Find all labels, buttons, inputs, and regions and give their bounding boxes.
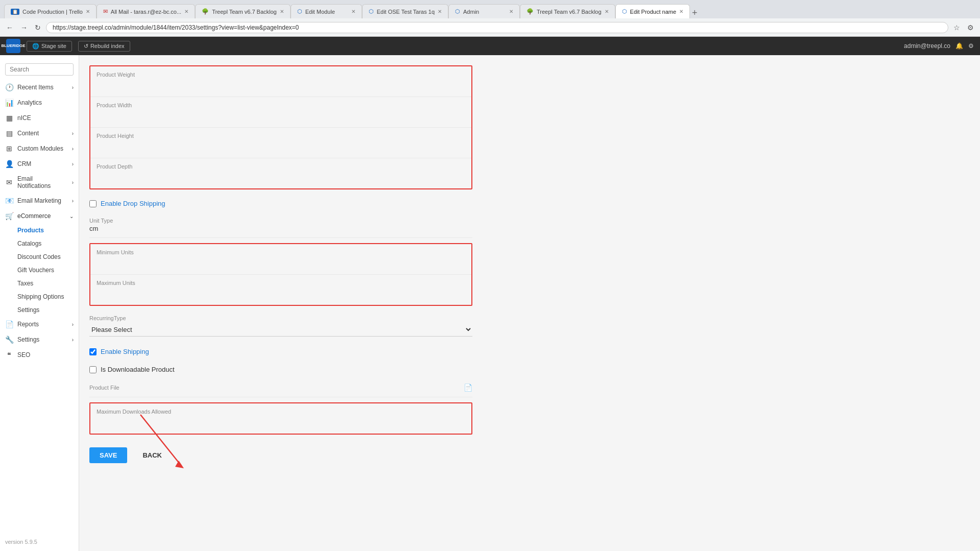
version-label: version 5.9.5 [0, 537, 42, 547]
sidebar-item-nice[interactable]: ▦ nICE [0, 110, 79, 126]
tab-bar: 📋 Code Production | Trello ✕ ✉ All Mail … [0, 0, 980, 18]
product-weight-input[interactable] [97, 80, 465, 91]
crm-icon: 👤 [5, 160, 13, 168]
chevron-icon: › [72, 131, 74, 136]
form-container: Product Weight Product Width Product Hei… [79, 55, 483, 486]
product-width-field: Product Width [90, 97, 471, 128]
sidebar-item-discount-codes[interactable]: Discount Codes [0, 250, 79, 263]
bookmark-button[interactable]: ☆ [951, 21, 962, 34]
back-nav-button[interactable]: ← [4, 21, 15, 34]
sidebar-item-shipping-options[interactable]: Shipping Options [0, 290, 79, 303]
chevron-icon: › [72, 180, 74, 185]
sidebar-item-gift-vouchers[interactable]: Gift Vouchers [0, 263, 79, 277]
max-downloads-field: Maximum Downloads Allowed [90, 403, 471, 434]
app-logo: BLUE RIDGE [6, 39, 20, 53]
product-file-label: Product File [89, 385, 464, 391]
sidebar-item-reports[interactable]: 📄 Reports › [0, 317, 79, 332]
product-height-input[interactable] [97, 141, 465, 153]
address-bar[interactable] [46, 22, 948, 33]
maximum-units-label: Maximum Units [97, 280, 465, 286]
sidebar-item-analytics[interactable]: 📊 Analytics [0, 95, 79, 110]
form-button-row: SAVE BACK [89, 440, 472, 471]
product-height-field: Product Height [90, 128, 471, 158]
max-downloads-highlighted-box: Maximum Downloads Allowed [89, 402, 472, 435]
max-downloads-label: Maximum Downloads Allowed [97, 409, 465, 415]
reports-icon: 📄 [5, 320, 13, 328]
chevron-icon: › [72, 322, 74, 327]
forward-nav-button[interactable]: → [18, 21, 30, 34]
product-width-input[interactable] [97, 110, 465, 122]
maximum-units-input[interactable] [97, 288, 465, 300]
sidebar-item-email-marketing[interactable]: 📧 Email Marketing › [0, 193, 79, 208]
stage-site-button[interactable]: 🌐 Stage site [27, 41, 72, 52]
sidebar-item-ecommerce-settings[interactable]: Settings [0, 303, 79, 317]
dimensions-highlighted-box: Product Weight Product Width Product Hei… [89, 65, 472, 189]
enable-drop-shipping-checkbox[interactable] [89, 200, 97, 207]
reload-button[interactable]: ↻ [33, 21, 43, 34]
sidebar-item-seo[interactable]: ❝ SEO [0, 347, 79, 363]
enable-shipping-label: Enable Shipping [101, 348, 149, 355]
content-icon: ▤ [5, 129, 13, 137]
product-depth-label: Product Depth [97, 163, 465, 170]
tab-edit-ose[interactable]: ⬡ Edit OSE Test Taras 1q ✕ [362, 4, 448, 18]
sidebar-item-custom-modules[interactable]: ⊞ Custom Modules › [0, 141, 79, 156]
enable-shipping-checkbox[interactable] [89, 348, 97, 355]
bell-icon[interactable]: 🔔 [955, 42, 963, 50]
recent-icon: 🕐 [5, 83, 13, 91]
user-email: admin@treepl.co [904, 42, 950, 50]
sidebar-item-catalogs[interactable]: Catalogs [0, 237, 79, 250]
save-button[interactable]: SAVE [89, 447, 127, 463]
recurring-type-select[interactable]: Please Select [89, 323, 472, 336]
sidebar-item-products[interactable]: Products [0, 224, 79, 237]
unit-type-value: cm [89, 225, 472, 232]
product-width-label: Product Width [97, 102, 465, 108]
sidebar-item-settings[interactable]: 🔧 Settings › [0, 332, 79, 347]
analytics-icon: 📊 [5, 99, 13, 107]
rebuild-index-button[interactable]: ↺ Rebuild index [78, 41, 130, 52]
file-upload-icon[interactable]: 📄 [464, 384, 472, 392]
settings-sidebar-icon: 🔧 [5, 336, 13, 344]
extensions-button[interactable]: ⚙ [965, 21, 976, 34]
settings-icon[interactable]: ⚙ [968, 42, 974, 50]
seo-icon: ❝ [5, 351, 13, 359]
app-toolbar: BLUE RIDGE 🌐 Stage site ↺ Rebuild index … [0, 37, 980, 55]
product-depth-field: Product Depth [90, 158, 471, 188]
sidebar-item-taxes[interactable]: Taxes [0, 277, 79, 290]
is-downloadable-checkbox[interactable] [89, 366, 97, 373]
product-depth-input[interactable] [97, 172, 465, 183]
tab-all-mail[interactable]: ✉ All Mail - taras.r@ez-bc.co... ✕ [97, 4, 195, 18]
email-mkt-icon: 📧 [5, 197, 13, 205]
right-panel [530, 55, 980, 551]
browser-chrome: 📋 Code Production | Trello ✕ ✉ All Mail … [0, 0, 980, 37]
sidebar-item-email-notifications[interactable]: ✉ Email Notifications › [0, 172, 79, 193]
back-button[interactable]: BACK [132, 447, 172, 463]
globe-icon: 🌐 [32, 43, 39, 50]
chevron-icon: › [72, 146, 74, 152]
tab-edit-module[interactable]: ⬡ Edit Module ✕ [291, 4, 362, 18]
tab-edit-product-name[interactable]: ⬡ Edit Product name ✕ [615, 4, 690, 18]
tab-admin[interactable]: ⬡ Admin ✕ [448, 4, 520, 18]
recurring-type-row: RecurringType Please Select [89, 311, 472, 339]
sidebar-item-ecommerce[interactable]: 🛒 eCommerce ⌄ [0, 208, 79, 224]
toolbar-right: admin@treepl.co 🔔 ⚙ [904, 42, 974, 50]
units-highlighted-box: Minimum Units Maximum Units [89, 243, 472, 306]
is-downloadable-row: Is Downloadable Product [89, 361, 472, 378]
ecommerce-icon: 🛒 [5, 212, 13, 220]
unit-type-label: Unit Type [89, 218, 472, 224]
max-downloads-input[interactable] [97, 417, 465, 428]
chevron-down-icon: ⌄ [69, 213, 74, 219]
product-height-label: Product Height [97, 133, 465, 139]
nice-icon: ▦ [5, 114, 13, 122]
minimum-units-input[interactable] [97, 257, 465, 269]
tab-treepl-backlog-2[interactable]: 🌳 Treepl Team v6.7 Backlog ✕ [520, 4, 615, 18]
tab-treepl-backlog-1[interactable]: 🌳 Treepl Team v6.7 Backlog ✕ [195, 4, 291, 18]
tab-code-production[interactable]: 📋 Code Production | Trello ✕ [4, 4, 97, 18]
search-input[interactable] [5, 63, 74, 76]
enable-drop-shipping-row: Enable Drop Shipping [89, 195, 472, 212]
sidebar-item-content[interactable]: ▤ Content › [0, 126, 79, 141]
new-tab-button[interactable]: + [692, 8, 698, 18]
rebuild-icon: ↺ [84, 43, 88, 50]
sidebar-item-crm[interactable]: 👤 CRM › [0, 156, 79, 172]
sidebar-item-recent-items[interactable]: 🕐 Recent Items › [0, 80, 79, 95]
sidebar: 🕐 Recent Items › 📊 Analytics ▦ nICE ▤ Co… [0, 55, 79, 551]
